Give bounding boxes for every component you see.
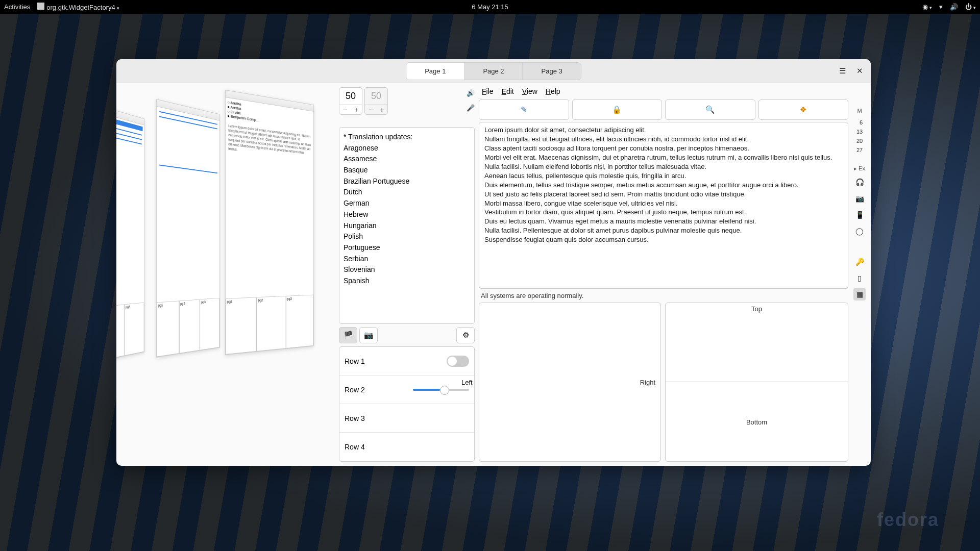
header-bar: Page 1 Page 2 Page 3 ☰ ✕ — [116, 59, 871, 83]
toolbar-open-button[interactable]: ✎ — [479, 99, 569, 120]
menu-file[interactable]: File — [482, 87, 494, 95]
list-row-4[interactable]: Row 4 — [339, 433, 474, 461]
language-listbox[interactable]: * Translation updates: Aragonese Assames… — [339, 127, 475, 324]
app-menu[interactable]: org.gtk.WidgetFactory4▾ — [37, 3, 119, 11]
right-sidebar: M 6 13 20 27 ▸ Ex 🎧 📷 📱 ◯ 🔑 ▯ ▦ — [852, 87, 867, 462]
page-stack-preview: Select pg1pg2 pg1pg2pg3 ○ Aretha● Aretha… — [120, 87, 335, 462]
menu-bar: File Edit View Help — [479, 87, 848, 97]
grid-icon[interactable]: ▦ — [853, 288, 866, 300]
tab-page3[interactable]: Page 3 — [523, 63, 581, 80]
window-body: Select pg1pg2 pg1pg2pg3 ○ Aretha● Aretha… — [116, 83, 871, 466]
toolbar-action-button[interactable]: ❖ — [758, 99, 849, 120]
microphone-icon[interactable]: 🎤 — [467, 104, 475, 112]
stack-page-c: ○ Aretha● Aretha○ Orville● Benjamin Comp… — [225, 90, 314, 355]
row1-switch[interactable] — [447, 356, 469, 367]
headphones-icon[interactable]: 🎧 — [853, 176, 866, 188]
list-item[interactable]: Spanish — [344, 276, 470, 287]
pane-label-left: Left — [461, 378, 473, 386]
spin-button-enabled[interactable]: 50 −+ — [339, 87, 362, 115]
volume-icon[interactable]: 🔊 — [950, 3, 958, 11]
camera-toggle-button[interactable]: 📷 — [359, 327, 378, 343]
fedora-watermark: fedora — [877, 509, 939, 531]
sidebar-numbers: 6 13 20 27 — [856, 118, 863, 155]
menu-view[interactable]: View — [522, 87, 537, 95]
toggle-toolbar: 🏴 📷 ⚙ — [339, 327, 475, 343]
accessibility-icon[interactable]: ◉▾ — [922, 3, 932, 11]
gnome-top-bar: Activities org.gtk.WidgetFactory4▾ 6 May… — [0, 0, 980, 14]
list-row-2[interactable]: Row 2 — [339, 375, 474, 404]
stack-page-b: pg1pg2pg3 — [156, 99, 219, 358]
hamburger-menu-button[interactable]: ☰ — [835, 64, 849, 78]
list-row-3[interactable]: Row 3 — [339, 404, 474, 433]
close-window-button[interactable]: ✕ — [852, 64, 867, 78]
status-bar: All systems are operating normally. — [479, 291, 848, 300]
pane-label-bottom: Bottom — [746, 418, 767, 425]
speaker-icon[interactable]: 🔊 — [467, 89, 475, 97]
page-switcher: Page 1 Page 2 Page 3 — [406, 62, 581, 80]
languages-header: * Translation updates: — [344, 132, 470, 143]
network-icon[interactable]: ▾ — [939, 3, 943, 11]
search-icon: 🔍 — [705, 105, 715, 114]
left-pane[interactable]: Right — [479, 303, 661, 462]
paned-container: Left Right Top Bottom — [479, 303, 848, 462]
list-item[interactable]: Portuguese — [344, 242, 470, 254]
tab-page1[interactable]: Page 1 — [406, 63, 464, 80]
camera-icon: 📷 — [364, 331, 374, 340]
menu-help[interactable]: Help — [546, 87, 560, 95]
sidebar-expander[interactable]: ▸ Ex — [854, 165, 865, 172]
stack-page-a: Select pg1pg2 — [116, 107, 144, 361]
open-icon: ✎ — [521, 105, 527, 114]
power-icon[interactable]: ⏻▾ — [965, 3, 976, 11]
right-pane[interactable]: Top Bottom — [665, 303, 848, 462]
doc-icon[interactable]: ▯ — [853, 272, 866, 284]
circle-icon[interactable]: ◯ — [853, 225, 866, 237]
key-icon[interactable]: 🔑 — [853, 256, 866, 268]
camera-sidebar-icon[interactable]: 📷 — [853, 192, 866, 205]
list-item[interactable]: Hungarian — [344, 220, 470, 232]
spin-plus-icon[interactable]: + — [351, 105, 362, 114]
list-item[interactable]: Polish — [344, 231, 470, 242]
clock[interactable]: 6 May 21:15 — [472, 3, 508, 11]
list-row-1[interactable]: Row 1 — [339, 347, 474, 375]
list-item[interactable]: Hebrew — [344, 209, 470, 220]
app-icon — [37, 3, 44, 10]
lorem-textview[interactable]: Lorem ipsum dolor sit amet, consectetur … — [479, 122, 848, 289]
gear-icon: ⚙ — [462, 331, 469, 340]
gear-button[interactable]: ⚙ — [456, 327, 475, 343]
caret-down-icon: ▾ — [117, 6, 119, 11]
activities-button[interactable]: Activities — [4, 3, 30, 11]
close-icon: ✕ — [856, 66, 863, 76]
spin-button-row: 50 −+ 50 −+ 🔊 🎤 — [339, 87, 475, 124]
list-item[interactable]: German — [344, 198, 470, 209]
shield-icon: ❖ — [800, 105, 806, 114]
lock-icon: 🔒 — [612, 105, 622, 114]
spin-minus-icon[interactable]: − — [339, 105, 351, 114]
list-item[interactable]: Serbian — [344, 254, 470, 265]
list-item[interactable]: Brazilian Portuguese — [344, 176, 470, 187]
big-toolbar: ✎ 🔒 🔍 ❖ — [479, 99, 848, 120]
row2-slider[interactable] — [413, 389, 469, 391]
tab-page2[interactable]: Page 2 — [464, 63, 523, 80]
hamburger-icon: ☰ — [839, 66, 846, 76]
list-item[interactable]: Assamese — [344, 154, 470, 165]
toolbar-lock-button[interactable]: 🔒 — [572, 99, 663, 120]
flag-icon: 🏴 — [344, 331, 353, 340]
menu-edit[interactable]: Edit — [502, 87, 514, 95]
row-list: Row 1 Row 2 Row 3 Row 4 — [339, 346, 475, 462]
flag-toggle-button[interactable]: 🏴 — [339, 327, 357, 343]
phone-icon[interactable]: 📱 — [853, 209, 866, 221]
sidebar-month-label: M — [857, 108, 862, 114]
list-item[interactable]: Dutch — [344, 187, 470, 198]
pane-label-top: Top — [751, 305, 762, 313]
list-item[interactable]: Aragonese — [344, 143, 470, 154]
pane-label-right: Right — [640, 378, 655, 386]
toolbar-search-button[interactable]: 🔍 — [665, 99, 755, 120]
widget-factory-window: Page 1 Page 2 Page 3 ☰ ✕ Select pg1pg2 — [116, 59, 871, 466]
spin-button-disabled: 50 −+ — [364, 87, 388, 115]
list-item[interactable]: Slovenian — [344, 264, 470, 276]
list-item[interactable]: Basque — [344, 165, 470, 176]
